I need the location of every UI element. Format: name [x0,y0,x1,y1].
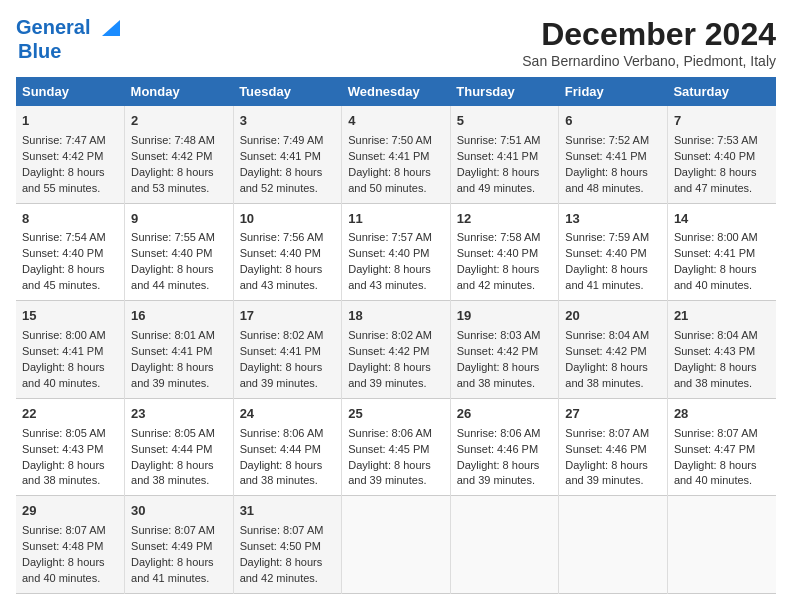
weekday-header: Wednesday [342,77,451,106]
calendar-cell [667,496,776,594]
day-number: 2 [131,112,227,131]
calendar-cell: 24Sunrise: 8:06 AMSunset: 4:44 PMDayligh… [233,398,342,496]
daylight: Daylight: 8 hours and 49 minutes. [457,166,540,194]
sunrise: Sunrise: 8:05 AM [22,427,106,439]
daylight: Daylight: 8 hours and 47 minutes. [674,166,757,194]
sunset: Sunset: 4:40 PM [565,247,646,259]
day-number: 5 [457,112,553,131]
daylight: Daylight: 8 hours and 38 minutes. [22,459,105,487]
day-number: 27 [565,405,661,424]
sunrise: Sunrise: 7:47 AM [22,134,106,146]
day-number: 19 [457,307,553,326]
day-number: 17 [240,307,336,326]
logo-text: General [16,16,120,40]
calendar-cell: 23Sunrise: 8:05 AMSunset: 4:44 PMDayligh… [125,398,234,496]
day-number: 3 [240,112,336,131]
sunset: Sunset: 4:41 PM [240,345,321,357]
calendar-cell: 28Sunrise: 8:07 AMSunset: 4:47 PMDayligh… [667,398,776,496]
day-number: 14 [674,210,770,229]
calendar-cell: 12Sunrise: 7:58 AMSunset: 4:40 PMDayligh… [450,203,559,301]
sunset: Sunset: 4:49 PM [131,540,212,552]
day-number: 8 [22,210,118,229]
svg-marker-0 [102,20,120,36]
sunrise: Sunrise: 7:57 AM [348,231,432,243]
calendar-cell: 14Sunrise: 8:00 AMSunset: 4:41 PMDayligh… [667,203,776,301]
calendar-cell [342,496,451,594]
day-number: 22 [22,405,118,424]
weekday-header: Thursday [450,77,559,106]
calendar-title-block: December 2024 San Bernardino Verbano, Pi… [522,16,776,69]
calendar-cell: 15Sunrise: 8:00 AMSunset: 4:41 PMDayligh… [16,301,125,399]
sunrise: Sunrise: 8:07 AM [22,524,106,536]
day-number: 21 [674,307,770,326]
calendar-cell: 3Sunrise: 7:49 AMSunset: 4:41 PMDaylight… [233,106,342,203]
daylight: Daylight: 8 hours and 43 minutes. [240,263,323,291]
sunset: Sunset: 4:40 PM [22,247,103,259]
day-number: 1 [22,112,118,131]
sunrise: Sunrise: 8:04 AM [565,329,649,341]
day-number: 20 [565,307,661,326]
day-number: 13 [565,210,661,229]
sunrise: Sunrise: 7:54 AM [22,231,106,243]
daylight: Daylight: 8 hours and 39 minutes. [240,361,323,389]
calendar-cell: 25Sunrise: 8:06 AMSunset: 4:45 PMDayligh… [342,398,451,496]
day-number: 26 [457,405,553,424]
sunset: Sunset: 4:42 PM [565,345,646,357]
calendar-cell: 27Sunrise: 8:07 AMSunset: 4:46 PMDayligh… [559,398,668,496]
day-number: 18 [348,307,444,326]
calendar-cell [559,496,668,594]
day-number: 25 [348,405,444,424]
sunset: Sunset: 4:40 PM [348,247,429,259]
day-number: 9 [131,210,227,229]
daylight: Daylight: 8 hours and 41 minutes. [565,263,648,291]
sunset: Sunset: 4:42 PM [348,345,429,357]
sunrise: Sunrise: 7:51 AM [457,134,541,146]
sunset: Sunset: 4:40 PM [131,247,212,259]
weekday-header: Friday [559,77,668,106]
sunrise: Sunrise: 7:59 AM [565,231,649,243]
calendar-week-row: 15Sunrise: 8:00 AMSunset: 4:41 PMDayligh… [16,301,776,399]
daylight: Daylight: 8 hours and 39 minutes. [457,459,540,487]
sunrise: Sunrise: 7:50 AM [348,134,432,146]
calendar-cell: 31Sunrise: 8:07 AMSunset: 4:50 PMDayligh… [233,496,342,594]
weekday-header: Monday [125,77,234,106]
sunset: Sunset: 4:42 PM [457,345,538,357]
daylight: Daylight: 8 hours and 40 minutes. [22,556,105,584]
daylight: Daylight: 8 hours and 38 minutes. [131,459,214,487]
calendar-cell: 10Sunrise: 7:56 AMSunset: 4:40 PMDayligh… [233,203,342,301]
sunset: Sunset: 4:40 PM [674,150,755,162]
calendar-cell: 7Sunrise: 7:53 AMSunset: 4:40 PMDaylight… [667,106,776,203]
daylight: Daylight: 8 hours and 40 minutes. [674,263,757,291]
sunrise: Sunrise: 8:07 AM [565,427,649,439]
weekday-header: Saturday [667,77,776,106]
sunset: Sunset: 4:41 PM [565,150,646,162]
day-number: 4 [348,112,444,131]
sunset: Sunset: 4:50 PM [240,540,321,552]
calendar-cell: 5Sunrise: 7:51 AMSunset: 4:41 PMDaylight… [450,106,559,203]
calendar-week-row: 8Sunrise: 7:54 AMSunset: 4:40 PMDaylight… [16,203,776,301]
day-number: 31 [240,502,336,521]
calendar-cell: 9Sunrise: 7:55 AMSunset: 4:40 PMDaylight… [125,203,234,301]
day-number: 28 [674,405,770,424]
sunset: Sunset: 4:41 PM [457,150,538,162]
sunset: Sunset: 4:41 PM [240,150,321,162]
sunrise: Sunrise: 7:58 AM [457,231,541,243]
sunset: Sunset: 4:46 PM [457,443,538,455]
sunrise: Sunrise: 8:07 AM [131,524,215,536]
day-number: 11 [348,210,444,229]
sunrise: Sunrise: 8:03 AM [457,329,541,341]
calendar-cell: 19Sunrise: 8:03 AMSunset: 4:42 PMDayligh… [450,301,559,399]
sunrise: Sunrise: 8:01 AM [131,329,215,341]
daylight: Daylight: 8 hours and 44 minutes. [131,263,214,291]
calendar-cell: 22Sunrise: 8:05 AMSunset: 4:43 PMDayligh… [16,398,125,496]
calendar-subtitle: San Bernardino Verbano, Piedmont, Italy [522,53,776,69]
sunrise: Sunrise: 7:49 AM [240,134,324,146]
daylight: Daylight: 8 hours and 53 minutes. [131,166,214,194]
weekday-header: Sunday [16,77,125,106]
sunset: Sunset: 4:46 PM [565,443,646,455]
sunset: Sunset: 4:40 PM [240,247,321,259]
daylight: Daylight: 8 hours and 41 minutes. [131,556,214,584]
sunset: Sunset: 4:48 PM [22,540,103,552]
sunset: Sunset: 4:47 PM [674,443,755,455]
weekday-header: Tuesday [233,77,342,106]
